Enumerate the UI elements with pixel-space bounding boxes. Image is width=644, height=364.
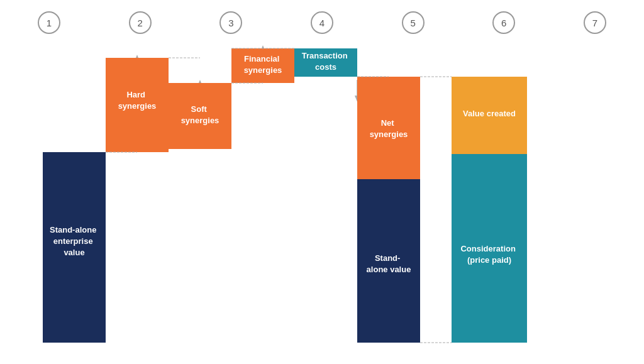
bar-net-synergies — [357, 77, 420, 179]
chart-container: 1 2 3 4 5 6 7 Stand-alone enterprise val… — [0, 0, 644, 364]
waterfall-svg: Stand-alone enterprise value Hard synerg… — [0, 0, 644, 364]
label-value-created: Value created — [463, 109, 516, 118]
